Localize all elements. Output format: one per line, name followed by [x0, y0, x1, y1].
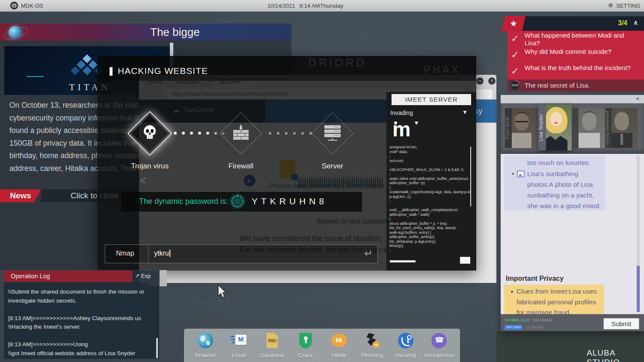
- transfer-status-bar: DOWNLOAD 102.66KB/s UPLOAD 18.88MB/s Sub…: [501, 314, 644, 331]
- phishing-icon: Hi: [364, 332, 381, 349]
- taskbar-app-phishing[interactable]: Hi Phishing: [355, 332, 389, 359]
- taskbar-app-database[interactable]: <SQL> Database: [255, 332, 289, 359]
- quest-item-active[interactable]: 20% The real secret of Lisa.: [507, 79, 644, 91]
- bullet-icon: •: [512, 170, 514, 178]
- notes-area: too much on luxuries. • Lisa's sunbathin…: [501, 154, 644, 314]
- taskbar-app-hacking[interactable]: Hacking: [389, 332, 423, 359]
- window-title-bar[interactable]: [501, 95, 644, 103]
- character-card-unknown[interactable]: [573, 108, 605, 148]
- browser-icon: [197, 332, 214, 349]
- taskbar-app-crack[interactable]: Crack: [288, 332, 323, 359]
- os-logo-icon: [10, 2, 18, 9]
- expand-icon: ↗: [135, 273, 139, 279]
- titan-logo-cube: [83, 54, 92, 63]
- quest-progress-ring: 20%: [509, 80, 520, 91]
- taskbar: Browser M Email <SQL> Database: [184, 329, 460, 362]
- text-caret: [169, 250, 170, 257]
- skull-icon: [142, 125, 157, 139]
- quest-item[interactable]: ✓ What happened between Modi and Lisa?: [507, 31, 644, 47]
- progress-dot: [198, 132, 201, 135]
- progress-dot: [182, 132, 185, 135]
- progress-dot: [269, 132, 271, 135]
- stage-label-trojan: Trojan virus: [124, 162, 175, 171]
- chevron-down-icon[interactable]: ▼: [462, 109, 468, 115]
- close-button[interactable]: ×: [488, 77, 496, 85]
- check-icon: ✓: [511, 65, 519, 77]
- taskbar-app-anonymous[interactable]: ☎ Anonymous: [422, 332, 456, 359]
- setting-button[interactable]: SETTING: [616, 3, 640, 9]
- submit-button[interactable]: Submit: [603, 318, 639, 330]
- progress-dot: [301, 132, 304, 135]
- carousel-left-arrow[interactable]: <: [140, 174, 146, 187]
- code-horizontal-scrollbar[interactable]: [390, 260, 415, 262]
- character-card-lisa[interactable]: Lisa Snyder: [538, 104, 572, 150]
- enter-icon[interactable]: ↵: [364, 247, 373, 259]
- nmap-input[interactable]: ytkru: [154, 250, 170, 257]
- hacking-hook-icon: [397, 332, 414, 349]
- progress-dot: [277, 132, 279, 135]
- app-label: Anonymous: [422, 352, 456, 359]
- important-privacy-title: Important Privacy: [506, 275, 564, 283]
- taskbar-app-email[interactable]: M Email: [222, 332, 256, 359]
- quest-text: What happened between Modi and Lisa?: [525, 32, 632, 47]
- upload-badge: UPLOAD: [505, 325, 522, 330]
- title-marker: [110, 67, 113, 76]
- log-scrollbar[interactable]: [156, 338, 158, 358]
- expand-button[interactable]: ↗ Exp: [135, 273, 151, 279]
- note-photo-clue[interactable]: Lisa's sunbathing photos:A photo of Lisa…: [527, 168, 605, 211]
- titan-logo-cube: [83, 66, 92, 75]
- nmap-input-row: Nmap ytkru ↵: [105, 244, 378, 263]
- note-overflow-line: too much on luxuries.: [527, 157, 590, 168]
- password-spinner-icon: [231, 195, 243, 207]
- close-icon[interactable]: ×: [636, 95, 639, 102]
- titan-logo-cube: [71, 66, 80, 75]
- check-icon: ✓: [511, 33, 519, 44]
- heart-icon: ♥: [415, 119, 418, 126]
- intrusion-code-log: unsigned int len, void* data; ; success …: [389, 145, 470, 254]
- progress-dot: [285, 132, 288, 135]
- expand-label: Exp: [141, 273, 151, 279]
- quest-item[interactable]: ✓ Why did Modi commit suicide?: [507, 47, 644, 64]
- app-label: Database: [255, 352, 289, 359]
- character-card-antony[interactable]: Antony Baekeland: [605, 108, 638, 148]
- app-label: Phishing: [355, 352, 389, 359]
- titan-banner-line: [27, 76, 44, 77]
- chevron-up-icon[interactable]: ∧: [633, 19, 638, 26]
- quest-text: What is the truth behind the incident?: [525, 64, 632, 72]
- character-name: Antony Baekeland: [605, 108, 611, 148]
- gear-icon[interactable]: ⚙: [608, 2, 613, 9]
- taskbar-app-hitalk[interactable]: Hi Hitalk: [322, 332, 356, 359]
- notes-scrollbar-thumb[interactable]: [637, 266, 640, 312]
- news-window-header: [0, 24, 291, 41]
- operation-log-window: Operation Log ↗ Exp \\Submit the shared …: [3, 270, 160, 359]
- game-screen: MDK-OS 10/14/2021 8:14 AM Thursday ⚙ SET…: [0, 0, 644, 362]
- operation-log-title[interactable]: Operation Log: [4, 271, 133, 282]
- character-card-kapil[interactable]: Kapil Modi: [505, 108, 537, 148]
- system-weekday: Thursday: [320, 3, 343, 9]
- taskbar-app-browser[interactable]: Browser: [188, 332, 223, 359]
- email-icon: M: [230, 332, 247, 349]
- os-name: MDK-OS: [21, 3, 43, 9]
- privacy-note[interactable]: Clues from Imeet:Lisa uses fabricated pe…: [516, 286, 601, 314]
- app-label: Hitalk: [322, 352, 356, 359]
- hacking-window-title: HACKING WEBSITE: [118, 66, 208, 76]
- studio-logo-text: ALUBA STUDIO: [587, 348, 644, 362]
- app-label: Email: [222, 352, 256, 359]
- character-name: [573, 108, 579, 148]
- nmap-label: Nmap: [116, 250, 134, 257]
- bullet-icon: [511, 291, 513, 293]
- hitalk-icon: Hi: [330, 332, 347, 349]
- quest-item[interactable]: ✓ What is the truth behind the incident?: [507, 63, 644, 80]
- globe-icon: [9, 26, 21, 39]
- operation-log-text: \\Submit the shared document to finish t…: [8, 288, 153, 358]
- code-vertical-scrollbar[interactable]: [470, 147, 471, 206]
- imeet-server-header[interactable]: IMEET SERVER: [392, 94, 471, 105]
- minimize-button[interactable]: —: [476, 77, 484, 85]
- system-top-bar: MDK-OS 10/14/2021 8:14 AM Thursday ⚙ SET…: [0, 0, 644, 12]
- stage-label-firewall: Firewall: [224, 162, 258, 171]
- quest-star-badge[interactable]: ★: [502, 16, 526, 32]
- system-date: 10/14/2021: [267, 3, 295, 9]
- progress-dot: [214, 132, 217, 135]
- mouse-cursor: [217, 285, 228, 299]
- code-scroll-corner: [460, 257, 470, 264]
